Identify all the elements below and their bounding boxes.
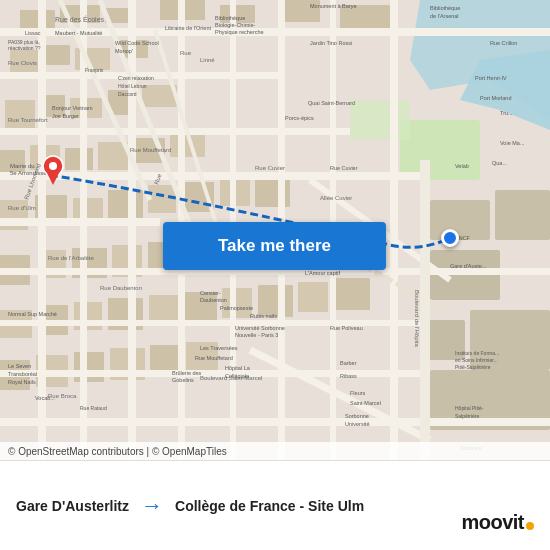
svg-text:Rue Rataud: Rue Rataud (80, 405, 107, 411)
svg-text:Censier-: Censier- (200, 290, 221, 296)
svg-rect-84 (420, 160, 430, 460)
footer-content: Gare D'Austerlitz → Collège de France - … (16, 487, 534, 525)
svg-text:Rue de l'Arbalète: Rue de l'Arbalète (48, 255, 95, 261)
svg-text:Bonjour Vietnam: Bonjour Vietnam (52, 105, 93, 111)
svg-rect-1 (400, 120, 480, 180)
svg-text:Palimopseste: Palimopseste (220, 305, 253, 311)
svg-text:Monument à Barye: Monument à Barye (310, 3, 356, 9)
svg-text:réactivation ??: réactivation ?? (8, 45, 41, 51)
svg-text:Bibliothèque: Bibliothèque (430, 5, 460, 11)
svg-text:Maubert - Mutualité: Maubert - Mutualité (55, 30, 102, 36)
svg-text:Bibliothèque: Bibliothèque (215, 15, 245, 21)
svg-text:Port Henri-IV: Port Henri-IV (475, 75, 507, 81)
arrow-icon: → (141, 493, 163, 519)
svg-text:Allée Cuvier: Allée Cuvier (320, 195, 352, 201)
svg-text:Fleurs: Fleurs (350, 390, 366, 396)
svg-text:Le Seven: Le Seven (8, 363, 31, 369)
svg-rect-70 (0, 320, 430, 326)
svg-text:en Soins Infirmier...: en Soins Infirmier... (455, 357, 498, 363)
svg-text:Monop': Monop' (115, 48, 133, 54)
origin-dot (441, 229, 459, 247)
svg-text:Ribass: Ribass (340, 373, 357, 379)
moovit-text: moovit (461, 511, 524, 534)
svg-rect-2 (350, 100, 410, 140)
svg-text:Rue Crillon: Rue Crillon (490, 40, 517, 46)
svg-text:Jardin Tino Rossi: Jardin Tino Rossi (310, 40, 352, 46)
svg-text:Librairie de l'Orient: Librairie de l'Orient (165, 25, 211, 31)
svg-text:Saint-Marcel: Saint-Marcel (350, 400, 381, 406)
svg-text:Porcs-épics: Porcs-épics (285, 115, 314, 121)
svg-text:Franprix: Franprix (85, 67, 104, 73)
svg-text:Hôtel Lebrun: Hôtel Lebrun (118, 83, 147, 89)
svg-rect-58 (430, 200, 490, 240)
from-section: Gare D'Austerlitz (16, 497, 129, 515)
svg-text:Rue Clovis: Rue Clovis (8, 60, 37, 66)
svg-rect-51 (335, 278, 370, 310)
svg-rect-3 (20, 10, 55, 30)
attribution-bar: © OpenStreetMap contributors | © OpenMap… (0, 442, 550, 460)
svg-text:Hôpital Pitié-: Hôpital Pitié- (455, 405, 484, 411)
svg-text:Boulevard de l'Hôpita: Boulevard de l'Hôpita (414, 290, 420, 348)
svg-text:Salpêtrière: Salpêtrière (455, 413, 479, 419)
svg-text:Tru...: Tru... (500, 110, 513, 116)
svg-text:Gobelins: Gobelins (172, 377, 194, 383)
svg-rect-54 (74, 352, 104, 382)
svg-text:Instituts de Forma...: Instituts de Forma... (455, 350, 499, 356)
arrow-area: → (129, 493, 175, 519)
svg-text:Wild Code School: Wild Code School (115, 40, 159, 46)
from-label: Gare D'Austerlitz (16, 498, 129, 514)
footer: Gare D'Austerlitz → Collège de France - … (0, 460, 550, 550)
svg-text:Joe Burger: Joe Burger (52, 113, 79, 119)
svg-text:Université: Université (345, 421, 369, 427)
svg-rect-59 (495, 190, 550, 240)
svg-text:Pitié-Salpêtrière: Pitié-Salpêtrière (455, 364, 491, 370)
svg-text:Rue d'Ulm: Rue d'Ulm (8, 205, 36, 211)
map-container: Rue des Écoles Rue Clovis Rue Tournefort… (0, 0, 550, 460)
svg-text:Royal Nails: Royal Nails (8, 379, 36, 385)
svg-text:Biologie-Chimie-: Biologie-Chimie- (215, 22, 256, 28)
svg-rect-80 (390, 0, 398, 460)
svg-text:Rue Poliveau: Rue Poliveau (330, 325, 363, 331)
svg-text:L'Amour captif: L'Amour captif (305, 270, 340, 276)
svg-text:Vocab...: Vocab... (35, 395, 55, 401)
svg-text:Gare d'Auste...: Gare d'Auste... (450, 263, 487, 269)
svg-text:Physique recherche: Physique recherche (215, 29, 264, 35)
svg-text:Quai Saint-Bernard: Quai Saint-Bernard (308, 100, 355, 106)
svg-rect-11 (45, 45, 70, 65)
svg-text:Collégiale: Collégiale (225, 373, 249, 379)
moovit-logo: moovit (461, 511, 534, 534)
attribution-text: © OpenStreetMap contributors | © OpenMap… (8, 446, 227, 457)
svg-text:Rue Tournefort: Rue Tournefort (8, 117, 48, 123)
svg-text:Nouvelle - Paris 3: Nouvelle - Paris 3 (235, 332, 278, 338)
svg-text:Barber: Barber (340, 360, 357, 366)
destination-pin (42, 155, 64, 189)
svg-text:de l'Arsenal: de l'Arsenal (430, 13, 459, 19)
svg-text:Rue: Rue (180, 50, 192, 56)
svg-text:Port Morland: Port Morland (480, 95, 512, 101)
svg-text:Rue des Écoles: Rue des Écoles (55, 15, 105, 23)
svg-rect-50 (298, 282, 328, 312)
svg-marker-176 (47, 173, 59, 185)
svg-rect-73 (38, 0, 46, 460)
svg-point-177 (49, 162, 57, 170)
svg-text:Transboréal: Transboréal (8, 371, 37, 377)
svg-text:Les Traversées: Les Traversées (200, 345, 238, 351)
take-me-there-button[interactable]: Take me there (163, 222, 386, 270)
svg-text:Rue Cuvier: Rue Cuvier (330, 165, 358, 171)
svg-rect-66 (0, 128, 350, 135)
svg-text:C'zen relaxation: C'zen relaxation (118, 75, 154, 81)
svg-text:Mairie du: Mairie du (10, 163, 35, 169)
svg-rect-28 (108, 190, 143, 220)
svg-text:Rue Mouffetard: Rue Mouffetard (130, 147, 171, 153)
svg-text:Linné: Linné (200, 57, 215, 63)
svg-rect-48 (222, 288, 252, 318)
svg-text:Brûlerie des: Brûlerie des (172, 370, 202, 376)
svg-text:Sorbonne: Sorbonne (345, 413, 369, 419)
svg-text:Lissac: Lissac (25, 30, 41, 36)
svg-text:Rue Cuvier: Rue Cuvier (255, 165, 285, 171)
svg-text:Voie Ma...: Voie Ma... (500, 140, 525, 146)
to-section: Collège de France - Site Ulm (175, 497, 364, 515)
svg-text:Rue Daubenton: Rue Daubenton (100, 285, 142, 291)
svg-text:Daubenton: Daubenton (200, 297, 227, 303)
svg-text:Normal Sup Marché: Normal Sup Marché (8, 311, 57, 317)
